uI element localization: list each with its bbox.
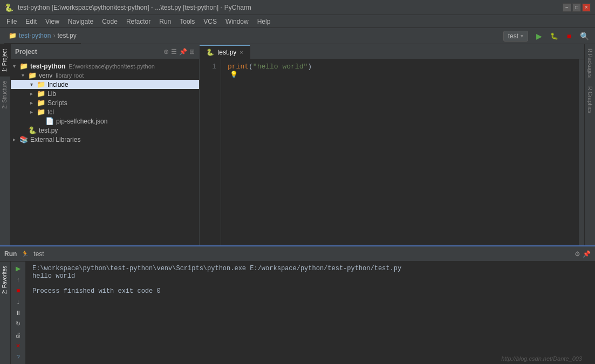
project-panel-header: Project ⊕ ☰ 📌 ⊞ bbox=[11, 44, 199, 59]
arrow-icon: ▸ bbox=[30, 109, 37, 115]
folder-icon: 📁 bbox=[37, 108, 45, 116]
right-tab-graphics[interactable]: R Graphics bbox=[586, 82, 594, 118]
run-config[interactable]: test ▾ bbox=[503, 31, 528, 42]
tree-root[interactable]: ▾ 📁 test-python E:\workspace\python\test… bbox=[11, 61, 199, 71]
bottom-panel-icons: ⚙ 📌 bbox=[575, 250, 591, 258]
settings-icon[interactable]: ⚙ bbox=[575, 250, 580, 258]
menu-tools[interactable]: Tools bbox=[175, 17, 199, 26]
folder-icon: 📁 bbox=[37, 90, 45, 98]
run-close-button[interactable]: ✕ bbox=[12, 341, 24, 351]
tree-label: test-python bbox=[30, 63, 65, 70]
minimize-button[interactable]: − bbox=[563, 3, 571, 12]
run-tab-label[interactable]: test bbox=[33, 250, 44, 258]
breadcrumb: 📁 test-python › test.py bbox=[4, 29, 81, 44]
run-rerun-button[interactable]: ↻ bbox=[12, 319, 24, 328]
tree-tcl[interactable]: ▸ 📁 tcl bbox=[11, 107, 199, 116]
maximize-button[interactable]: □ bbox=[572, 3, 581, 12]
bottom-panel-header: Run 🏃 test ⚙ 📌 bbox=[0, 246, 595, 262]
editor-tab-test-py[interactable]: 🐍 test.py × bbox=[200, 45, 250, 59]
window-controls: − □ × bbox=[563, 3, 591, 12]
tree-pip-json[interactable]: ▸ 📄 pip-selfcheck.json bbox=[11, 116, 199, 126]
menu-refactor[interactable]: Refactor bbox=[122, 17, 155, 26]
menu-edit[interactable]: Edit bbox=[21, 17, 41, 26]
favorites-tab[interactable]: 2: Favorites bbox=[0, 262, 10, 298]
panel-header-icons: ⊕ ☰ 📌 ⊞ bbox=[163, 48, 195, 56]
python-file-icon: 🐍 bbox=[28, 126, 37, 134]
breadcrumb-file[interactable]: test.py bbox=[57, 32, 76, 39]
tab-structure[interactable]: 2: Structure bbox=[0, 76, 10, 113]
folder-icon: 📁 bbox=[37, 80, 45, 88]
tab-label: test.py bbox=[217, 49, 236, 56]
run-help-button[interactable]: ? bbox=[12, 352, 24, 362]
folder-icon: 📁 bbox=[28, 71, 37, 79]
add-icon[interactable]: ⊕ bbox=[163, 48, 169, 56]
paren-open: ( bbox=[249, 63, 253, 71]
console-blank bbox=[32, 280, 589, 287]
breadcrumb-project[interactable]: test-python bbox=[19, 32, 51, 39]
tab-bar: 🐍 test.py × bbox=[200, 44, 584, 59]
run-icon: 🏃 bbox=[21, 250, 29, 258]
tab-close-icon[interactable]: × bbox=[240, 49, 243, 56]
close-button[interactable]: × bbox=[582, 3, 591, 12]
right-panel: R Packages R Graphics bbox=[584, 44, 595, 245]
tree-test-py[interactable]: ▸ 🐍 test.py bbox=[11, 126, 199, 135]
menu-code[interactable]: Code bbox=[98, 17, 122, 26]
tree-extra: E:\workspace\python\test-python bbox=[69, 63, 155, 70]
run-button[interactable]: ▶ bbox=[532, 30, 545, 43]
run-play-button[interactable]: ▶ bbox=[12, 264, 24, 273]
library-icon: 📚 bbox=[19, 135, 28, 143]
run-stop-button[interactable]: ■ bbox=[12, 286, 24, 296]
paren-close: ) bbox=[307, 63, 312, 71]
editor-scrollbar[interactable] bbox=[579, 59, 584, 245]
run-config-label: test bbox=[508, 32, 518, 40]
tree-extra: library root bbox=[56, 72, 84, 79]
menu-view[interactable]: View bbox=[41, 17, 64, 26]
debug-button[interactable]: 🐛 bbox=[548, 30, 560, 43]
menu-file[interactable]: File bbox=[2, 17, 21, 26]
run-down-button[interactable]: ↓ bbox=[12, 297, 24, 306]
code-content[interactable]: print("hello world") 💡 bbox=[221, 59, 584, 245]
menu-window[interactable]: Window bbox=[221, 17, 253, 26]
run-up-button[interactable]: ↑ bbox=[12, 274, 24, 284]
tree-label: Scripts bbox=[47, 99, 67, 107]
tree-lib[interactable]: ▸ 📁 Lib bbox=[11, 89, 199, 98]
console-output-line1: hello world bbox=[32, 272, 589, 280]
menu-help[interactable]: Help bbox=[253, 17, 275, 26]
stop-button[interactable]: ■ bbox=[563, 30, 576, 43]
run-print-button[interactable]: 🖨 bbox=[12, 330, 24, 340]
bottom-left-tabs: 2: Favorites bbox=[0, 262, 11, 364]
tree-label: External Libraries bbox=[30, 136, 80, 143]
console-output: E:\workspace\python\test-python\venv\Scr… bbox=[26, 262, 595, 364]
arrow-icon: ▾ bbox=[13, 63, 19, 69]
tree-label: venv bbox=[39, 72, 52, 79]
pin-bottom-icon[interactable]: 📌 bbox=[583, 250, 591, 258]
expand-icon[interactable]: ⊞ bbox=[189, 48, 195, 56]
config-arrow-icon: ▾ bbox=[521, 33, 523, 39]
run-panel: 2: Favorites ▶ ↑ ■ ↓ ⏸ ↻ 🖨 ✕ ? E:\worksp… bbox=[0, 262, 595, 364]
tree-label: tcl bbox=[47, 108, 54, 116]
run-toolbar: ▶ ↑ ■ ↓ ⏸ ↻ 🖨 ✕ ? bbox=[11, 262, 26, 364]
pin-icon[interactable]: 📌 bbox=[179, 48, 187, 56]
menu-navigate[interactable]: Navigate bbox=[64, 17, 98, 26]
menu-run[interactable]: Run bbox=[155, 17, 175, 26]
tree-include[interactable]: ▾ 📁 Include bbox=[11, 80, 199, 89]
folder-icon: 📁 bbox=[19, 62, 28, 70]
menu-vcs[interactable]: VCS bbox=[199, 17, 221, 26]
tree-scripts[interactable]: ▸ 📁 Scripts bbox=[11, 98, 199, 107]
console-cmd: E:\workspace\python\test-python\venv\Scr… bbox=[32, 265, 589, 272]
tree-label: Lib bbox=[47, 90, 56, 98]
right-tab-packages[interactable]: R Packages bbox=[586, 44, 594, 82]
tree-ext-libs[interactable]: ▸ 📚 External Libraries bbox=[11, 135, 199, 144]
tab-project[interactable]: 1: Project bbox=[0, 44, 10, 76]
folder-icon: 📁 bbox=[37, 99, 45, 107]
menu-icon[interactable]: ☰ bbox=[171, 48, 177, 56]
line-numbers: 1 bbox=[200, 59, 221, 245]
run-pause-button[interactable]: ⏸ bbox=[12, 308, 24, 318]
arrow-icon: ▸ bbox=[30, 100, 37, 106]
search-button[interactable]: 🔍 bbox=[578, 30, 591, 43]
tree-venv[interactable]: ▾ 📁 venv library root bbox=[11, 71, 199, 80]
project-panel-title: Project bbox=[15, 48, 37, 56]
string-literal: "hello world" bbox=[253, 63, 307, 71]
arrow-icon: ▸ bbox=[30, 91, 37, 97]
lightbulb-icon[interactable]: 💡 bbox=[230, 71, 578, 79]
